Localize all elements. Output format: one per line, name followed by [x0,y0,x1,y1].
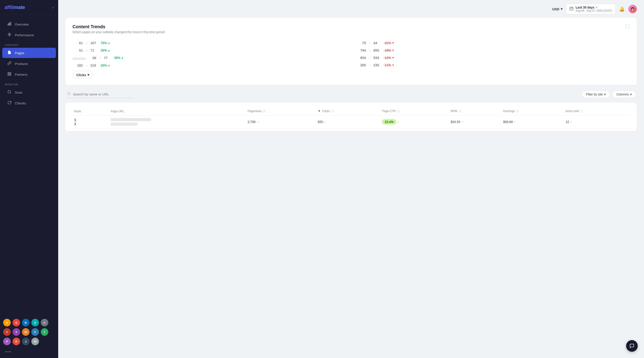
trend-direction-icon: → [368,63,371,67]
partner-icon-google[interactable]: G [12,319,20,326]
url-placeholder-2 [111,122,138,126]
date-range-picker[interactable]: Last 30 days ▾ Aug 08 - Sep 07, 2020 (CE… [566,4,616,14]
trend-row-negative-4: 265 → 235 -11% ▼ [356,61,630,69]
trends-grid: 61 → 107 75% ▲ 51 → 71 39% ▲ [72,39,630,69]
clicks-metric-dropdown[interactable]: Clicks ▾ [72,71,93,79]
cell-ctr: 23.4% ↓ [379,115,448,129]
trend-from: 61 [75,41,83,45]
partner-icon-y1[interactable]: Y [3,328,11,336]
sidebar-item-performance[interactable]: Performance [2,30,56,40]
search-input[interactable] [73,92,122,96]
partner-icon-c1[interactable]: C [41,319,48,326]
search-box[interactable] [66,91,133,98]
partner-icon-f1[interactable]: F [31,328,39,336]
trend-row-positive-4: 182 → 219 20% ▲ [72,62,346,69]
partner-icon-amazon[interactable]: A [3,319,11,326]
calendar-icon [570,7,574,12]
trend-row-negative-3: 604 → 534 -12% ▼ [356,54,630,61]
filter-by-site-button[interactable]: Filter by site ▾ [582,91,610,98]
partner-icon-r1[interactable]: R [12,338,20,345]
sidebar-item-checks[interactable]: Checks [2,98,56,108]
col-clicks[interactable]: ▼ Clicks ⓘ [315,107,379,115]
svg-rect-10 [570,7,573,10]
partner-icon-t1[interactable]: T [41,328,48,336]
up-arrow-icon: ▲ [121,56,124,59]
col-rpm: RPM ⓘ [448,107,500,115]
clicks-value: 655 [318,120,323,124]
earnings-info-icon: ⓘ [516,110,519,112]
sidebar-toggle-button[interactable]: ‹ [52,5,54,10]
cell-rank: 1 1 [72,115,108,129]
more-partners-button[interactable]: ••• [0,347,58,358]
partner-icon-s1[interactable]: S [31,319,39,326]
filter-site-arrow-icon: ▾ [604,93,606,96]
pages-table-wrapper: Rank Page URL Pageviews ⓘ ▼ Clicks ⓘ [65,103,637,131]
table-row: 1 1 [72,115,630,129]
topbar: USD ▾ Last 30 days ▾ Aug 08 - Sep 07, 20… [58,0,644,18]
cell-url [108,115,245,129]
expand-icon[interactable]: ⛶ [626,24,630,29]
items-sold-value: 12 [566,120,569,124]
link-icon [7,61,12,66]
filter-buttons: Filter by site ▾ Columns ▾ [582,91,636,98]
svg-rect-2 [10,22,11,25]
table-inner: Rank Page URL Pageviews ⓘ ▼ Clicks ⓘ [65,103,637,131]
sidebar-item-pages[interactable]: Pages [2,48,56,58]
pages-table-section: Filter by site ▾ Columns ▾ Rank [65,91,637,131]
up-arrow-icon: ▲ [108,42,110,45]
col-rank: Rank [72,107,108,115]
trend-direction-icon: → [368,49,371,52]
ctr-indicator: ↓ [398,120,399,123]
sidebar-item-partners[interactable]: Partners [2,69,56,80]
rpm-info-icon: ⓘ [459,110,461,112]
partner-icon-p1[interactable]: P [3,338,11,345]
filter-site-label: Filter by site [586,93,602,96]
trend-pct: -18% ▼ [384,49,396,52]
sidebar-item-label: Scan [15,91,22,94]
trend-pct: 38% ▲ [114,56,126,60]
svg-rect-0 [8,24,8,25]
clicks-info-icon: ⓘ [332,110,334,112]
search-icon [67,92,71,96]
sidebar-item-overview[interactable]: Overview [2,19,56,29]
currency-selector[interactable]: USD ▾ [552,7,562,11]
svg-line-15 [70,94,70,95]
notifications-bell-icon[interactable]: 🔔 [619,6,625,12]
trend-to: 44 [374,41,382,45]
down-arrow-icon: ▼ [392,42,394,45]
page-content: Content Trends Which pages on your websi… [58,18,644,358]
sidebar-item-products[interactable]: Products [2,59,56,69]
partner-icon-v1[interactable]: V [12,328,20,336]
app-logo[interactable]: affilimate [4,5,25,10]
ctr-badge: 23.4% [382,119,396,125]
partner-icon-j1[interactable]: J [22,338,30,345]
svg-rect-6 [8,74,9,76]
sidebar-navigation: Overview Performance CONTENT Pages Produ… [0,15,58,316]
trend-pct: 39% ▲ [101,49,113,52]
cell-pageviews: 2,798 — [245,115,315,129]
partner-icon-booking[interactable]: B [22,319,30,326]
refresh-icon [7,101,12,105]
trend-bar-extra [72,58,86,60]
trend-from: 604 [358,56,366,60]
ctr-info-icon: ⓘ [397,110,400,112]
pages-icon [7,50,12,55]
trend-to: 235 [374,63,382,67]
col-page-url: Page URL [108,107,245,115]
columns-arrow-icon: ▾ [630,93,632,96]
main-content: USD ▾ Last 30 days ▾ Aug 08 - Sep 07, 20… [58,0,644,358]
user-avatar[interactable]: 👩 [628,5,637,13]
partner-icon-m1[interactable]: M [31,338,39,345]
partner-icon-w1[interactable]: W [22,328,30,336]
columns-button[interactable]: Columns ▾ [612,91,636,98]
trend-row-negative-2: 794 → 655 -18% ▼ [356,47,630,54]
date-range-arrow-icon: ▾ [596,6,597,9]
items-sold-indicator: ↓ [570,120,572,123]
trend-direction-icon: → [368,56,371,60]
table-header: Rank Page URL Pageviews ⓘ ▼ Clicks ⓘ [72,107,630,115]
sidebar-item-scan[interactable]: Scan [2,87,56,97]
svg-marker-3 [8,33,11,36]
chat-support-button[interactable] [626,340,638,352]
trend-direction-icon: → [85,41,88,45]
pageviews-value: 2,798 [248,120,256,124]
